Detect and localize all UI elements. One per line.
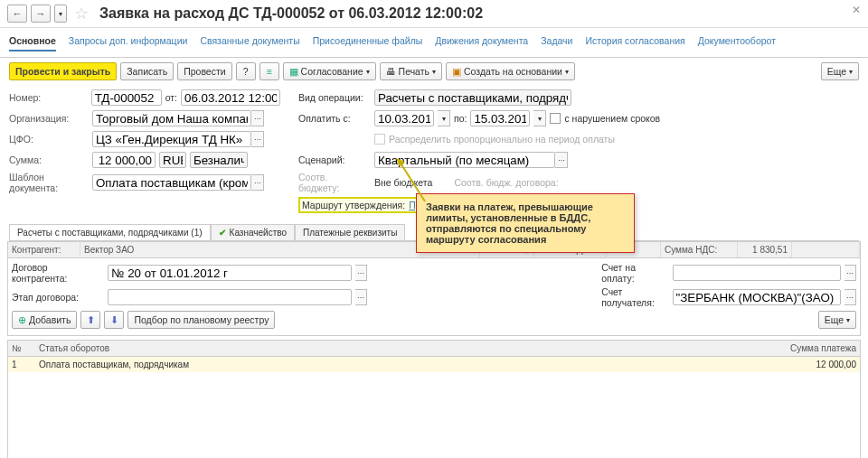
row-sum: 12 000,00 [779,360,856,369]
cfo-label: ЦФО: [9,134,89,145]
template-lookup-icon[interactable]: ⋯ [251,174,264,191]
scenario-label: Сценарий: [298,154,371,165]
stage-lookup-icon[interactable]: ⋯ [355,289,367,305]
cash-type-input [190,152,248,168]
over-budget-value: Вне бюджета [374,177,432,188]
nav-tabs: Основное Запросы доп. информации Связанн… [0,28,868,58]
save-button[interactable]: Записать [120,62,174,80]
help-icon[interactable]: ? [236,62,256,80]
print-button[interactable]: 🖶Печать▾ [380,62,442,80]
route-label: Маршрут утверждения: [302,200,405,210]
col-number: № [12,343,39,353]
distribute-label: Распределить пропорционально на период о… [389,134,615,145]
currency-input [159,152,186,168]
pay-to-label: по: [454,113,467,124]
tab-history[interactable]: История согласования [585,35,684,51]
template-input[interactable] [92,174,251,191]
more-items-button[interactable]: Еще▾ [818,311,856,329]
header-bar: ← → ▾ ☆ Заявка на расход ДС ТД-000052 от… [0,0,868,28]
vat-sum-value: 1 830,51 [738,242,792,257]
number-label: Номер: [9,92,88,103]
cfo-input[interactable] [92,131,251,147]
org-lookup-icon[interactable]: ⋯ [251,110,264,126]
recipient-lookup-icon[interactable]: ⋯ [844,289,856,305]
post-and-close-button[interactable]: Провести и закрыть [9,62,117,80]
recipient-account-label: Счет получателя: [601,286,668,308]
row-number: 1 [12,360,39,369]
table-row[interactable]: 1 Оплата поставщикам, подрядчикам 12 000… [8,357,860,372]
check-icon: ✔ [219,228,226,238]
from-label: от: [165,92,177,103]
create-on-button[interactable]: ▣Создать на основании▾ [446,62,575,80]
move-up-icon[interactable]: ⬆ [80,311,100,329]
pay-from-input[interactable] [374,110,434,126]
sum-label: Сумма: [9,154,89,165]
optype-input [374,89,571,106]
subtab-settlements[interactable]: Расчеты с поставщиками, подрядчиками (1) [9,224,211,240]
more-button[interactable]: Еще▾ [821,62,859,80]
contract-lookup-icon[interactable]: ⋯ [355,265,367,281]
stage-input[interactable] [108,289,352,305]
date-input[interactable] [181,89,280,106]
template-label: Шаблон документа: [9,172,89,193]
tab-attached[interactable]: Присоединенные файлы [313,35,423,51]
subtab-treasury[interactable]: ✔Казначейство [211,224,295,240]
plan-registry-button[interactable]: Подбор по плановому реестру [127,311,275,329]
toolbar: Провести и закрыть Записать Провести ? ≡… [0,58,868,85]
contragent-label: Контрагент: [8,242,80,257]
favorite-star-icon[interactable]: ☆ [74,4,89,23]
row-article: Оплата поставщикам, подрядчикам [39,360,779,369]
tab-tasks[interactable]: Задачи [541,35,572,51]
account-lookup-icon[interactable]: ⋯ [844,265,856,281]
account-input[interactable] [673,265,841,281]
contract-label: Договор контрагента: [12,262,104,284]
detail-panel: Договор контрагента: ⋯ Счет на оплату: ⋯… [7,258,861,336]
items-header: № Статья оборотов Сумма платежа [8,341,860,357]
sum-input[interactable] [92,152,156,168]
nav-dropdown[interactable]: ▾ [54,5,67,23]
post-button[interactable]: Провести [177,62,231,80]
budget-contract-label: Соотв. бюдж. договора: [454,177,558,188]
col-sum: Сумма платежа [779,343,856,353]
scenario-lookup-icon[interactable]: ⋯ [555,152,568,168]
tab-requests[interactable]: Запросы доп. информации [69,35,188,51]
number-input[interactable] [91,89,162,106]
back-button[interactable]: ← [7,5,27,23]
table-blank-area [8,372,860,458]
tab-main[interactable]: Основное [9,35,56,51]
pay-from-label: Оплатить с: [298,113,371,124]
recipient-account-input[interactable] [673,289,841,305]
violation-label: с нарушением сроков [564,113,660,124]
approval-button[interactable]: ▦Согласование▾ [283,62,376,80]
stage-label: Этап договора: [12,292,104,303]
close-icon[interactable]: ✕ [852,4,861,16]
org-input[interactable] [92,110,251,126]
move-down-icon[interactable]: ⬇ [104,311,124,329]
optype-label: Вид операции: [298,92,371,103]
callout-note: Заявки на платеж, превышающие лимиты, ус… [416,193,635,253]
account-label: Счет на оплату: [601,262,668,284]
report-icon[interactable]: ≡ [259,62,279,80]
distribute-checkbox [374,134,385,145]
violation-checkbox[interactable] [550,113,561,124]
subtab-payment-details[interactable]: Платежные реквизиты [295,224,405,240]
tab-movements[interactable]: Движения документа [435,35,528,51]
page-title: Заявка на расход ДС ТД-000052 от 06.03.2… [99,5,483,22]
vat-sum-label: Сумма НДС: [661,242,738,257]
tab-related[interactable]: Связанные документы [200,35,299,51]
col-article: Статья оборотов [39,343,779,353]
forward-button[interactable]: → [31,5,51,23]
cfo-lookup-icon[interactable]: ⋯ [251,131,264,147]
items-table: № Статья оборотов Сумма платежа 1 Оплата… [7,340,861,458]
contract-input[interactable] [108,265,352,281]
budget-match-label: Соотв. бюджету: [298,172,371,193]
scenario-input[interactable] [374,152,555,168]
add-button[interactable]: ⊕Добавить [12,311,77,329]
date-from-icon[interactable]: ▾ [438,110,450,126]
org-label: Организация: [9,113,89,124]
pay-to-input[interactable] [470,110,530,126]
date-to-icon[interactable]: ▾ [533,110,546,126]
tab-docflow[interactable]: Документооборот [698,35,776,51]
